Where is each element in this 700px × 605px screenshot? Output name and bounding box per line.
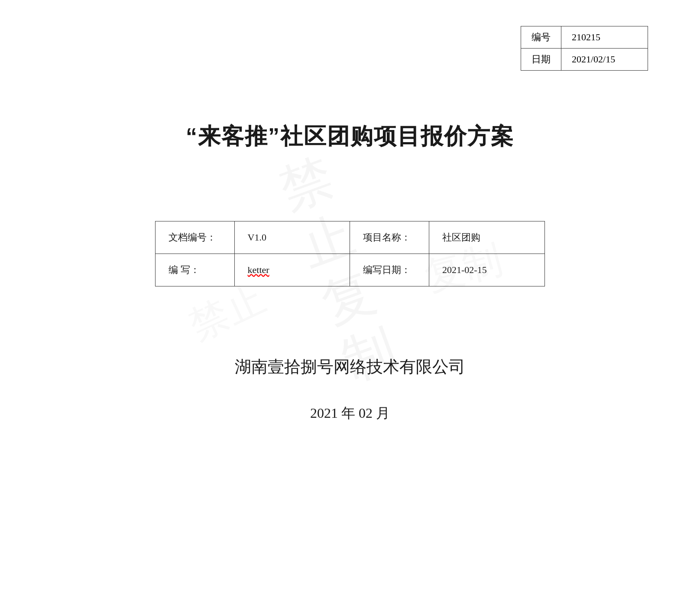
company-name: 湖南壹拾捌号网络技术有限公司	[52, 356, 648, 378]
write-date-value: 2021-02-15	[429, 254, 545, 286]
write-date-label: 编写日期：	[350, 254, 429, 286]
date-text: 2021 年 02 月	[52, 404, 648, 423]
doc-info-section: 文档编号： V1.0 项目名称： 社区团购 编 写： ketter 编写日期： …	[52, 221, 648, 286]
label-bianhao: 编号	[521, 26, 561, 49]
value-bianhao: 210215	[561, 26, 648, 49]
value-riqi: 2021/02/15	[561, 49, 648, 71]
svg-text:禁止: 禁止	[183, 276, 272, 348]
table-row: 日期 2021/02/15	[521, 49, 648, 71]
main-title-section: “来客推”社区团购项目报价方案	[52, 121, 648, 152]
main-title: “来客推”社区团购项目报价方案	[52, 121, 648, 152]
doc-number-label: 文档编号：	[156, 221, 235, 254]
author-label: 编 写：	[156, 254, 235, 286]
top-info-table: 编号 210215 日期 2021/02/15	[521, 26, 648, 71]
doc-info-table: 文档编号： V1.0 项目名称： 社区团购 编 写： ketter 编写日期： …	[155, 221, 545, 286]
svg-text:禁: 禁	[273, 148, 341, 220]
svg-text:制: 制	[335, 319, 403, 391]
document-page: 禁 止 复 制 禁止 复制 编号 210215 日期 2021/02/15 “来…	[0, 0, 700, 605]
table-row: 文档编号： V1.0 项目名称： 社区团购	[156, 221, 545, 254]
author-value: ketter	[234, 254, 350, 286]
company-section: 湖南壹拾捌号网络技术有限公司	[52, 356, 648, 378]
table-row: 编 写： ketter 编写日期： 2021-02-15	[156, 254, 545, 286]
watermark: 禁 止 复 制 禁止 复制	[0, 0, 700, 605]
table-row: 编号 210215	[521, 26, 648, 49]
label-riqi: 日期	[521, 49, 561, 71]
project-name-label: 项目名称：	[350, 221, 429, 254]
doc-number-value: V1.0	[234, 221, 350, 254]
project-name-value: 社区团购	[429, 221, 545, 254]
date-section: 2021 年 02 月	[52, 404, 648, 423]
